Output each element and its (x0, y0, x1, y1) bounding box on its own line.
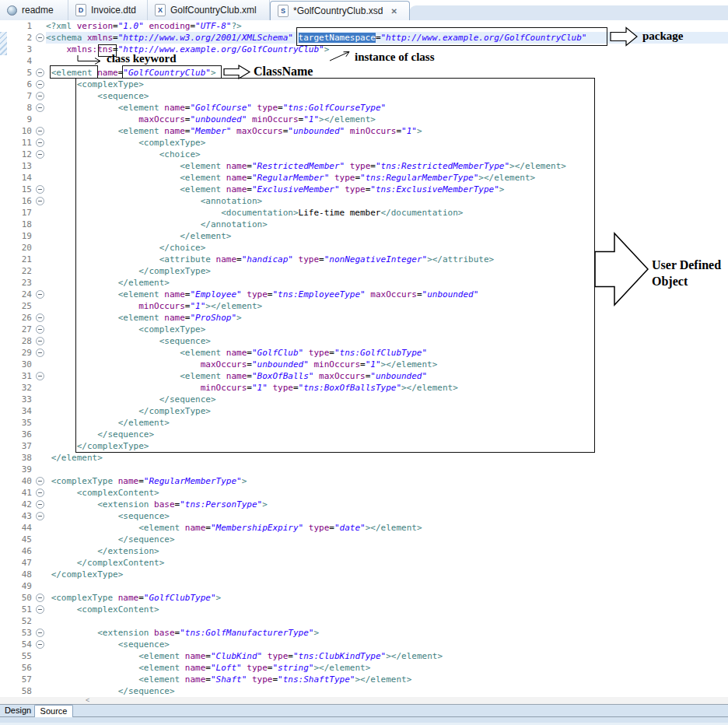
code-line-31[interactable]: 31 <element name="BoxOfBalls" maxOccurs=… (0, 370, 728, 382)
code-line-29[interactable]: 29 <element name="GolfClub" type="tns:Go… (0, 347, 728, 359)
code-line-4[interactable]: 4 (0, 55, 728, 67)
fold-collapse-icon[interactable] (34, 32, 46, 44)
code-line-17[interactable]: 17 <documentation>Life-time member</docu… (0, 207, 728, 219)
code-text: <element name="GolfClub" type="tns:GolfC… (46, 347, 728, 359)
fold-collapse-icon[interactable] (34, 639, 46, 650)
code-line-46[interactable]: 46 </extension> (0, 545, 728, 557)
code-line-10[interactable]: 10 <element name="Member" maxOccurs="unb… (0, 125, 728, 137)
code-line-47[interactable]: 47 </complexContent> (0, 557, 728, 569)
code-line-49[interactable]: 49 (0, 580, 728, 592)
fold-collapse-icon[interactable] (34, 335, 46, 347)
code-line-2[interactable]: 2<schema xmlns="http://www.w3.org/2001/X… (0, 32, 728, 44)
code-line-15[interactable]: 15 <element name="ExclusiveMember" type=… (0, 184, 728, 195)
code-line-37[interactable]: 37 </complexType> (0, 440, 728, 452)
source-code-editor[interactable]: 1<?xml version="1.0" encoding="UTF-8"?>2… (0, 20, 728, 697)
editor-tab-golfcountryclub.xml[interactable]: XGolfCountryClub.xml (148, 0, 270, 20)
code-line-5[interactable]: 5 <element name="GolfCountryClub"> (0, 67, 728, 79)
scroll-left-icon[interactable]: < (86, 696, 89, 704)
code-line-42[interactable]: 42 <extension base="tns:PersonType"> (0, 499, 728, 510)
code-line-19[interactable]: 19 </element> (0, 230, 728, 242)
fold-collapse-icon[interactable] (34, 79, 46, 90)
fold-column (34, 230, 46, 242)
code-line-57[interactable]: 57 <element name="Shaft" type="tns:Shaft… (0, 674, 728, 685)
fold-collapse-icon[interactable] (34, 67, 46, 79)
fold-collapse-icon[interactable] (34, 90, 46, 102)
code-line-41[interactable]: 41 <complexContent> (0, 487, 728, 499)
code-line-8[interactable]: 8 <element name="GolfCourse" type="tns:G… (0, 102, 728, 114)
code-line-24[interactable]: 24 <element name="Employee" type="tns:Em… (0, 289, 728, 300)
code-line-36[interactable]: 36 </sequence> (0, 429, 728, 440)
fold-column (34, 44, 46, 55)
code-line-7[interactable]: 7 <sequence> (0, 90, 728, 102)
x-file-icon: X (155, 4, 166, 16)
fold-collapse-icon[interactable] (34, 195, 46, 207)
code-line-55[interactable]: 55 <element name="ClubKind" type="tns:Cl… (0, 650, 728, 662)
code-line-1[interactable]: 1<?xml version="1.0" encoding="UTF-8"?> (0, 20, 728, 32)
code-line-27[interactable]: 27 <complexType> (0, 324, 728, 335)
code-line-26[interactable]: 26 <element name="ProShop"> (0, 312, 728, 324)
fold-collapse-icon[interactable] (34, 137, 46, 149)
code-line-33[interactable]: 33 </sequence> (0, 394, 728, 405)
code-line-23[interactable]: 23 </element> (0, 277, 728, 289)
code-line-48[interactable]: 48 </complexType> (0, 569, 728, 580)
fold-collapse-icon[interactable] (34, 347, 46, 359)
code-line-45[interactable]: 45 </sequence> (0, 534, 728, 545)
fold-collapse-icon[interactable] (34, 149, 46, 160)
code-line-3[interactable]: 3 xmlns:tns="http://www.example.org/Golf… (0, 44, 728, 55)
code-line-39[interactable]: 39 (0, 464, 728, 475)
line-number: 27 (0, 324, 34, 335)
fold-collapse-icon[interactable] (34, 604, 46, 615)
horizontal-scrollbar[interactable]: < (0, 697, 728, 704)
code-line-28[interactable]: 28 <sequence> (0, 335, 728, 347)
fold-collapse-icon[interactable] (34, 370, 46, 382)
fold-collapse-icon[interactable] (34, 184, 46, 195)
code-line-6[interactable]: 6 <complexType> (0, 79, 728, 90)
fold-collapse-icon[interactable] (34, 324, 46, 335)
code-text: </element> (46, 277, 728, 289)
code-line-51[interactable]: 51 <complexContent> (0, 604, 728, 615)
code-line-18[interactable]: 18 </annotation> (0, 219, 728, 230)
tab-design[interactable]: Design (2, 705, 35, 716)
code-line-12[interactable]: 12 <choice> (0, 149, 728, 160)
code-line-32[interactable]: 32 minOccurs="1" type="tns:BoxOfBallsTyp… (0, 382, 728, 394)
code-text (46, 580, 728, 592)
code-line-30[interactable]: 30 maxOccurs="unbounded" minOccurs="1"><… (0, 359, 728, 370)
fold-collapse-icon[interactable] (34, 627, 46, 639)
code-line-43[interactable]: 43 <sequence> (0, 510, 728, 522)
code-line-40[interactable]: 40 <complexType name="RegularMemberType"… (0, 475, 728, 487)
code-line-22[interactable]: 22 </complexType> (0, 265, 728, 277)
code-line-53[interactable]: 53 <extension base="tns:GolfManufacturer… (0, 627, 728, 639)
fold-collapse-icon[interactable] (34, 510, 46, 522)
code-line-38[interactable]: 38 </element> (0, 452, 728, 464)
code-line-44[interactable]: 44 <element name="MembershipExpiry" type… (0, 522, 728, 534)
code-line-9[interactable]: 9 maxOccurs="unbounded" minOccurs="1"></… (0, 114, 728, 125)
code-line-21[interactable]: 21 <attribute name="handicap" type="nonN… (0, 254, 728, 265)
code-line-50[interactable]: 50 <complexType name="GolfClubType"> (0, 592, 728, 604)
fold-collapse-icon[interactable] (34, 499, 46, 510)
editor-tab-golfcountryclub.xsd[interactable]: S*GolfCountryClub.xsd✕ (270, 1, 410, 20)
code-line-20[interactable]: 20 </choice> (0, 242, 728, 254)
code-line-14[interactable]: 14 <element name="RegularMember" type="t… (0, 172, 728, 184)
close-icon[interactable]: ✕ (390, 7, 397, 16)
code-line-58[interactable]: 58 </sequence> (0, 685, 728, 697)
editor-tab-readme[interactable]: readme (0, 0, 68, 20)
fold-collapse-icon[interactable] (34, 312, 46, 324)
code-line-56[interactable]: 56 <element name="Loft" type="string"></… (0, 662, 728, 674)
fold-collapse-icon[interactable] (34, 102, 46, 114)
tab-source[interactable]: Source (34, 705, 73, 718)
fold-collapse-icon[interactable] (34, 592, 46, 604)
code-line-52[interactable]: 52 (0, 615, 728, 627)
fold-collapse-icon[interactable] (34, 289, 46, 300)
code-line-35[interactable]: 35 </element> (0, 417, 728, 429)
code-line-16[interactable]: 16 <annotation> (0, 195, 728, 207)
code-line-13[interactable]: 13 <element name="RestrictedMember" type… (0, 160, 728, 172)
fold-collapse-icon[interactable] (34, 487, 46, 499)
fold-collapse-icon[interactable] (34, 475, 46, 487)
code-line-11[interactable]: 11 <complexType> (0, 137, 728, 149)
code-line-25[interactable]: 25 minOccurs="1"></element> (0, 300, 728, 312)
code-text: <attribute name="handicap" type="nonNega… (46, 254, 728, 265)
fold-collapse-icon[interactable] (34, 125, 46, 137)
editor-tab-invoice.dtd[interactable]: DInvoice.dtd (68, 0, 148, 20)
code-line-34[interactable]: 34 </complexType> (0, 405, 728, 417)
code-line-54[interactable]: 54 <sequence> (0, 639, 728, 650)
